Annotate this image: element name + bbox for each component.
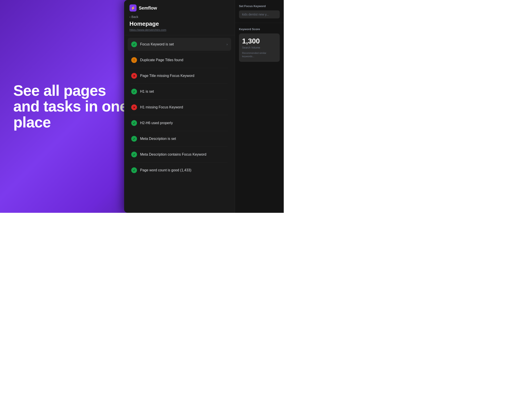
checklist-label-h2-h6: H2-H6 used properly bbox=[140, 121, 228, 125]
status-icon-word-count: ✓ bbox=[131, 167, 137, 173]
main-column: ⚡ Semflow ‹ Back Homepage https://www.de… bbox=[124, 0, 235, 213]
checklist-label-duplicate-titles: Duplicate Page Titles found bbox=[140, 58, 228, 62]
brand: ⚡ Semflow bbox=[129, 4, 229, 12]
divider bbox=[131, 99, 228, 100]
header: ⚡ Semflow ‹ Back Homepage https://www.de… bbox=[124, 0, 235, 35]
divider bbox=[131, 162, 228, 163]
status-icon-meta-desc-keyword: ✓ bbox=[131, 152, 137, 157]
checklist-item-word-count[interactable]: ✓Page word count is good (1,433) bbox=[128, 164, 231, 177]
score-number: 1,300 bbox=[242, 37, 277, 45]
focus-keyword-title: Set Focus Keyword bbox=[239, 4, 280, 8]
page-url[interactable]: https://www.denverchiro.com bbox=[129, 28, 229, 32]
divider bbox=[131, 146, 228, 147]
score-card: 1,300 Search Volume Recommended similar … bbox=[239, 33, 280, 62]
keyword-input[interactable]: kids dentist new y... bbox=[239, 10, 280, 18]
status-icon-h2-h6: ✓ bbox=[131, 120, 137, 126]
checklist-label-page-title-keyword: Page Title missing Focus Keyword bbox=[140, 74, 228, 78]
checklist-item-h1-keyword[interactable]: ✕H1 missing Focus Keyword bbox=[128, 101, 231, 114]
checklist-item-meta-desc-keyword[interactable]: ✓Meta Description contains Focus Keyword bbox=[128, 148, 231, 161]
status-icon-h1-keyword: ✕ bbox=[131, 104, 137, 110]
status-icon-duplicate-titles: ! bbox=[131, 57, 137, 63]
checklist-label-focus-keyword: Focus Keyword is set bbox=[140, 42, 223, 46]
status-icon-focus-keyword: ✓ bbox=[131, 41, 137, 47]
back-label: Back bbox=[132, 15, 138, 19]
divider bbox=[131, 115, 228, 115]
checklist-label-meta-desc-keyword: Meta Description contains Focus Keyword bbox=[140, 152, 228, 157]
status-icon-meta-desc-set: ✓ bbox=[131, 136, 137, 142]
status-icon-page-title-keyword: ✕ bbox=[131, 73, 137, 79]
divider bbox=[131, 68, 228, 68]
checklist-item-h1-set[interactable]: ✓H1 is set bbox=[128, 85, 231, 98]
app-panel: ⚡ Semflow ‹ Back Homepage https://www.de… bbox=[124, 0, 284, 213]
checklist-label-word-count: Page word count is good (1,433) bbox=[140, 168, 228, 172]
side-column: Set Focus Keyword kids dentist new y... … bbox=[235, 0, 284, 213]
bolt-icon: ⚡ bbox=[131, 6, 135, 10]
keyword-score-section: Keyword Score 1,300 Search Volume Recomm… bbox=[235, 23, 284, 66]
brand-name: Semflow bbox=[139, 6, 157, 11]
score-note: Recommended similar keywords... bbox=[242, 51, 277, 58]
checklist-label-meta-desc-set: Meta Description is set bbox=[140, 137, 228, 141]
chevron-left-icon: ‹ bbox=[129, 15, 131, 19]
checklist-item-meta-desc-set[interactable]: ✓Meta Description is set bbox=[128, 132, 231, 145]
checklist: ✓Focus Keyword is set›!Duplicate Page Ti… bbox=[124, 35, 235, 213]
back-button[interactable]: ‹ Back bbox=[129, 15, 229, 19]
checklist-item-focus-keyword[interactable]: ✓Focus Keyword is set› bbox=[128, 38, 231, 51]
chevron-right-icon: › bbox=[227, 42, 228, 46]
divider bbox=[131, 83, 228, 84]
checklist-label-h1-set: H1 is set bbox=[140, 89, 228, 94]
score-sub-label: Search Volume bbox=[242, 46, 277, 49]
divider bbox=[131, 52, 228, 52]
checklist-item-page-title-keyword[interactable]: ✕Page Title missing Focus Keyword bbox=[128, 69, 231, 82]
brand-icon: ⚡ bbox=[129, 4, 137, 12]
keyword-score-title: Keyword Score bbox=[239, 27, 280, 31]
checklist-label-h1-keyword: H1 missing Focus Keyword bbox=[140, 105, 228, 109]
status-icon-h1-set: ✓ bbox=[131, 89, 137, 95]
focus-keyword-section: Set Focus Keyword kids dentist new y... bbox=[235, 0, 284, 23]
checklist-item-h2-h6[interactable]: ✓H2-H6 used properly bbox=[128, 117, 231, 129]
divider bbox=[131, 131, 228, 131]
page-title: Homepage bbox=[129, 20, 229, 27]
hero-text: See all pages and tasks in one place bbox=[13, 83, 129, 130]
checklist-item-duplicate-titles[interactable]: !Duplicate Page Titles found bbox=[128, 54, 231, 66]
